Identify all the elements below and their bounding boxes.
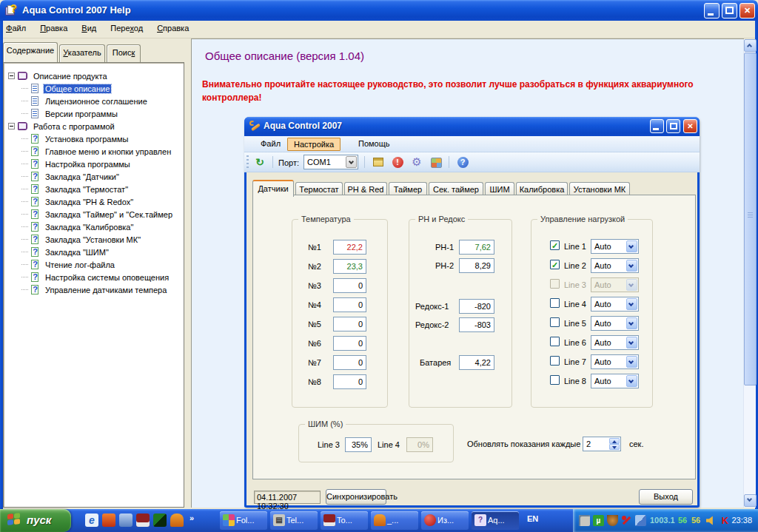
ie-icon[interactable]: e bbox=[85, 514, 98, 527]
chevron-more-icon[interactable]: » bbox=[190, 514, 194, 522]
line3-checkbox[interactable] bbox=[550, 279, 560, 289]
tree-item-install[interactable]: ? Установка программы bbox=[21, 132, 130, 145]
spin-up-icon[interactable] bbox=[609, 438, 620, 444]
temp-5-field[interactable]: 0 bbox=[333, 317, 366, 331]
menu-help[interactable]: Справка bbox=[151, 21, 195, 38]
spin-down-icon[interactable] bbox=[609, 444, 620, 450]
content-scrollbar[interactable] bbox=[743, 39, 756, 508]
tab-search[interactable]: Поиск bbox=[107, 44, 141, 62]
app-tab-sensors[interactable]: Датчики bbox=[252, 180, 294, 197]
close-button[interactable]: ✕ bbox=[739, 3, 755, 18]
tree-item-temp-sensors[interactable]: ? Управление датчиками темпера bbox=[21, 283, 168, 296]
chart-icon[interactable] bbox=[428, 155, 444, 169]
app-menu-settings[interactable]: Настройка bbox=[287, 138, 341, 151]
collapse-icon[interactable] bbox=[8, 73, 15, 79]
task-iz[interactable]: Из... bbox=[421, 511, 469, 530]
kaspersky-icon[interactable]: K bbox=[720, 515, 731, 526]
log-table-icon[interactable] bbox=[370, 155, 386, 169]
minimize-button[interactable] bbox=[704, 3, 720, 18]
dropdown-arrow-icon[interactable] bbox=[626, 337, 637, 349]
port-combobox[interactable]: COM1 bbox=[303, 155, 358, 169]
display-icon[interactable] bbox=[579, 515, 590, 526]
scroll-down-icon[interactable] bbox=[744, 494, 757, 507]
temp-2-field[interactable]: 23,3 bbox=[333, 259, 366, 274]
sync-button[interactable]: Синхронизировать bbox=[326, 489, 386, 505]
network-icon[interactable] bbox=[635, 515, 646, 526]
dropdown-arrow-icon[interactable] bbox=[346, 156, 357, 168]
dropdown-arrow-icon[interactable] bbox=[626, 375, 637, 387]
line6-checkbox[interactable] bbox=[550, 337, 560, 346]
slipper-icon[interactable] bbox=[170, 514, 184, 527]
menu-view[interactable]: Вид bbox=[76, 21, 102, 38]
task-underscore[interactable]: _... bbox=[371, 511, 418, 530]
dropdown-arrow-icon[interactable] bbox=[626, 240, 637, 252]
line2-checkbox[interactable]: ✓ bbox=[550, 260, 560, 269]
tree-item-tab-mk[interactable]: ? Закладка "Установки МК" bbox=[21, 233, 142, 246]
tree-item-tab-sensors[interactable]: ? Закладка "Датчики" bbox=[21, 170, 121, 183]
scrollbar-thumb[interactable] bbox=[744, 53, 757, 385]
line2-mode-combobox[interactable]: Auto bbox=[591, 258, 639, 273]
ph1-field[interactable]: 7,62 bbox=[459, 240, 494, 255]
line7-mode-combobox[interactable]: Auto bbox=[591, 354, 639, 369]
line3-mode-combobox[interactable]: Auto bbox=[591, 277, 639, 292]
tree-item-tab-timer[interactable]: ? Закладка "Таймер" и "Сек.таймер bbox=[21, 208, 174, 220]
battery-field[interactable]: 4,22 bbox=[459, 355, 494, 370]
tree-item-product-desc[interactable]: Описание продукта bbox=[8, 70, 109, 82]
tree-item-tab-thermostat[interactable]: ? Закладка "Термостат" bbox=[21, 183, 130, 195]
tab-contents[interactable]: Содержание bbox=[3, 42, 58, 62]
exit-button[interactable]: Выход bbox=[639, 489, 693, 505]
tree-item-versions[interactable]: Версии программы bbox=[21, 107, 119, 120]
menu-go[interactable]: Переход bbox=[104, 21, 149, 38]
line4-mode-combobox[interactable]: Auto bbox=[591, 297, 639, 312]
tree-item-log[interactable]: ? Чтение лог-файла bbox=[21, 258, 116, 271]
app-close-button[interactable]: ✕ bbox=[683, 119, 697, 133]
maximize-button[interactable] bbox=[722, 3, 737, 18]
task-folder[interactable]: Fol... bbox=[220, 511, 267, 530]
redox1-field[interactable]: -820 bbox=[459, 299, 494, 314]
menu-file[interactable]: Файл bbox=[0, 21, 32, 38]
line8-mode-combobox[interactable]: Auto bbox=[591, 374, 639, 388]
task-aqua-help[interactable]: ? Aq... bbox=[472, 511, 519, 530]
temp-3-field[interactable]: 0 bbox=[333, 278, 366, 293]
task-telnet[interactable]: ▤ Tel... bbox=[270, 511, 318, 530]
gear-icon[interactable]: ⚙ bbox=[409, 155, 425, 169]
temp-8-field[interactable]: 0 bbox=[333, 374, 366, 389]
refresh-interval-spinner[interactable]: 2 bbox=[583, 437, 621, 451]
tree-item-main-menu[interactable]: ? Главное меню и кнопки управлен bbox=[21, 145, 172, 158]
floppy-icon[interactable] bbox=[136, 514, 150, 527]
app-menu-file[interactable]: Файл bbox=[255, 138, 286, 151]
line6-mode-combobox[interactable]: Auto bbox=[591, 335, 639, 350]
tree-item-tab-pwm[interactable]: ? Закладка "ШИМ" bbox=[21, 246, 110, 258]
dropdown-arrow-icon[interactable] bbox=[626, 317, 637, 329]
volume-icon[interactable] bbox=[706, 516, 716, 525]
tree-item-settings[interactable]: ? Настройка программы bbox=[21, 158, 132, 170]
temp-6-field[interactable]: 0 bbox=[333, 336, 366, 351]
tab-index[interactable]: Указатель bbox=[59, 44, 105, 62]
temp-1-field[interactable]: 22,2 bbox=[333, 240, 366, 255]
fire-icon[interactable] bbox=[102, 514, 115, 527]
collapse-icon[interactable] bbox=[8, 123, 15, 129]
language-indicator[interactable]: EN bbox=[527, 514, 538, 523]
app-menu-help[interactable]: Помощь bbox=[352, 138, 396, 151]
scroll-up-icon[interactable] bbox=[744, 39, 757, 52]
shield-icon[interactable] bbox=[607, 515, 618, 526]
screen-icon[interactable] bbox=[153, 514, 167, 527]
tree-item-tab-calibration[interactable]: ? Закладка "Калибровка" bbox=[21, 220, 135, 233]
line1-checkbox[interactable]: ✓ bbox=[550, 240, 560, 250]
pwm-line3-field[interactable]: 35% bbox=[345, 437, 372, 452]
line8-checkbox[interactable] bbox=[550, 375, 560, 385]
refresh-icon[interactable]: ↻ bbox=[252, 155, 268, 169]
document-icon[interactable] bbox=[119, 514, 133, 527]
help-icon[interactable]: ? bbox=[455, 155, 471, 169]
utorrent-icon[interactable]: µ bbox=[593, 515, 604, 526]
pwm-line4-field[interactable]: 0% bbox=[406, 437, 433, 452]
temp-7-field[interactable]: 0 bbox=[333, 355, 366, 370]
dropdown-arrow-icon[interactable] bbox=[626, 356, 637, 368]
line5-mode-combobox[interactable]: Auto bbox=[591, 316, 639, 331]
line4-checkbox[interactable] bbox=[550, 298, 560, 308]
tree-item-license[interactable]: Лицензионное соглашение bbox=[21, 95, 149, 107]
line5-checkbox[interactable] bbox=[550, 317, 560, 327]
redox2-field[interactable]: -803 bbox=[459, 317, 494, 332]
line1-mode-combobox[interactable]: Auto bbox=[591, 239, 639, 254]
tree-item-tab-ph-redox[interactable]: ? Закладка "PH & Redox" bbox=[21, 195, 135, 208]
